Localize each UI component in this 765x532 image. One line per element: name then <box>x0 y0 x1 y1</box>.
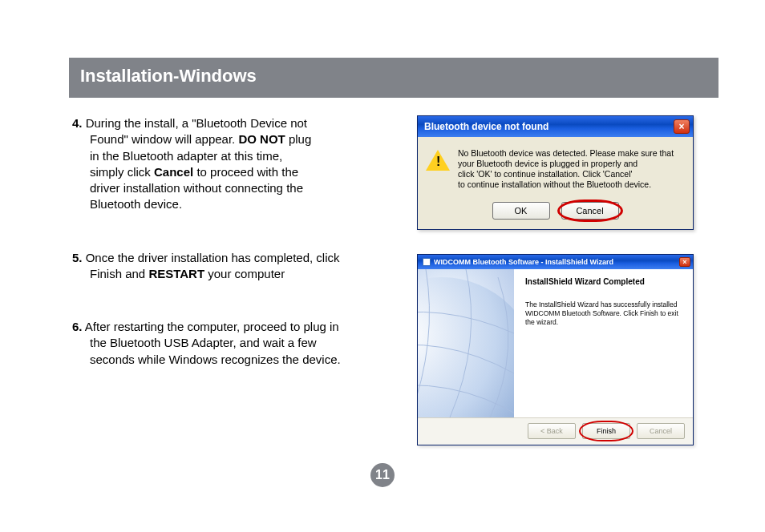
dialog-message: No Bluetooth device was detected. Please… <box>458 148 674 191</box>
dialog-content: InstallShield Wizard Completed The Insta… <box>514 269 693 417</box>
finish-button[interactable]: Finish <box>582 423 630 439</box>
content-columns: 4. During the install, a "Bluetooth Devi… <box>72 115 709 445</box>
right-column: Bluetooth device not found × ! No Blueto… <box>417 115 709 445</box>
dialog-title: WIDCOMM Bluetooth Software - InstallShie… <box>434 258 613 266</box>
step-text: After restarting the computer, proceed t… <box>83 320 339 333</box>
dialog-button-row: < Back Finish Cancel <box>418 417 693 445</box>
dialog-installshield: WIDCOMM Bluetooth Software - InstallShie… <box>417 254 694 445</box>
emphasis: DO NOT <box>238 132 285 146</box>
step-6: 6. After restarting the computer, procee… <box>72 319 401 368</box>
page-number: 11 <box>370 463 395 487</box>
step-text: simply click <box>90 165 154 179</box>
warning-icon: ! <box>426 150 450 174</box>
step-number: 4. <box>72 116 83 130</box>
dialog-text: The InstallShield Wizard has successfull… <box>525 300 683 327</box>
step-4: 4. During the install, a "Bluetooth Devi… <box>72 115 401 213</box>
step-text: your computer <box>204 267 285 280</box>
step-5: 5. Once the driver installation has comp… <box>72 250 401 283</box>
step-text: driver installation without connecting t… <box>90 181 303 195</box>
globe-image <box>418 269 514 417</box>
step-text: in the Bluetooth adapter at this time, <box>90 149 282 163</box>
step-text: Found" window will appear. <box>90 132 238 146</box>
dialog-title: Bluetooth device not found <box>424 121 548 132</box>
dialog-button-row: OK Cancel <box>418 197 693 229</box>
emphasis: RESTART <box>148 267 204 280</box>
dialog-titlebar: Bluetooth device not found × <box>418 116 693 137</box>
left-column: 4. During the install, a "Bluetooth Devi… <box>72 115 401 445</box>
dialog-main: InstallShield Wizard Completed The Insta… <box>418 269 693 417</box>
step-text: to proceed with the <box>193 165 298 179</box>
ok-button[interactable]: OK <box>492 202 550 220</box>
step-number: 6. <box>72 320 83 333</box>
back-button: < Back <box>528 423 576 439</box>
msg-line: No Bluetooth device was detected. Please… <box>458 148 674 158</box>
step-text: the Bluetooth USB Adapter, and wait a fe… <box>90 336 317 349</box>
section-title: Installation-Windows <box>80 66 257 86</box>
step-text: During the install, a "Bluetooth Device … <box>83 116 307 130</box>
section-header: Installation-Windows <box>69 58 718 98</box>
page-number-value: 11 <box>375 468 390 482</box>
close-icon[interactable]: × <box>679 257 690 267</box>
cancel-button: Cancel <box>637 423 685 439</box>
step-text: seconds while Windows recognizes the dev… <box>90 353 341 366</box>
document-page: Installation-Windows 4. During the insta… <box>0 0 765 532</box>
svg-point-0 <box>418 277 514 417</box>
step-text: plug <box>285 132 312 146</box>
step-number: 5. <box>72 251 83 264</box>
cancel-button[interactable]: Cancel <box>561 202 619 220</box>
step-text: Finish and <box>90 267 148 280</box>
close-icon[interactable]: × <box>674 119 690 134</box>
msg-line: your Bluetooth device is plugged in prop… <box>458 159 638 168</box>
app-icon <box>423 258 431 266</box>
dialog-titlebar: WIDCOMM Bluetooth Software - InstallShie… <box>418 255 693 269</box>
msg-line: click 'OK' to continue installation. Cli… <box>458 169 633 179</box>
dialog-bluetooth-not-found: Bluetooth device not found × ! No Blueto… <box>417 115 694 230</box>
msg-line: to continue installation without the Blu… <box>458 179 651 189</box>
step-text: Bluetooth device. <box>90 197 182 211</box>
dialog-title-group: WIDCOMM Bluetooth Software - InstallShie… <box>423 258 613 266</box>
step-text: Once the driver installation has complet… <box>83 251 340 264</box>
dialog-heading: InstallShield Wizard Completed <box>525 277 683 286</box>
emphasis: Cancel <box>154 165 193 179</box>
dialog-body: ! No Bluetooth device was detected. Plea… <box>418 137 693 197</box>
